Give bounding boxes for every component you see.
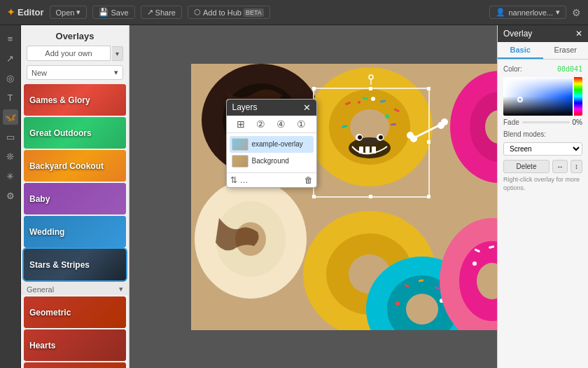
tool-crop[interactable]: ▭ <box>3 129 18 144</box>
layer-row-background[interactable]: Background <box>230 153 314 170</box>
add-own-arrow-button[interactable]: ▾ <box>112 46 123 61</box>
svg-rect-18 <box>359 146 363 154</box>
user-name: nannerlove... <box>508 8 553 17</box>
canvas-area[interactable]: Layers ✕ ⊞ ② ④ ① example-overlay <box>130 25 588 368</box>
color-gradient <box>503 77 573 116</box>
layer-delete-icon[interactable]: 🗑 <box>304 175 313 185</box>
flip-vertical-button[interactable]: ↕ <box>570 160 582 173</box>
svg-rect-63 <box>427 140 430 144</box>
tool-settings[interactable]: ⚙ <box>3 188 18 203</box>
layer-icon-2[interactable]: ② <box>256 118 265 130</box>
user-menu-button[interactable]: 👤 nannerlove... ▾ <box>489 6 566 19</box>
add-to-hub-label: Add to Hub <box>203 8 241 17</box>
category-general-header: General ▾ <box>21 282 129 295</box>
tool-move[interactable]: ↗ <box>3 50 18 66</box>
tool-text[interactable]: T <box>3 90 18 105</box>
save-icon: 💾 <box>99 8 108 17</box>
topbar-right: 👤 nannerlove... ▾ ⚙ <box>489 6 581 19</box>
blend-modes-select[interactable]: Screen <box>503 142 582 156</box>
svg-point-40 <box>406 294 438 325</box>
tool-stickers[interactable]: ✳ <box>3 168 18 184</box>
svg-rect-61 <box>369 195 372 198</box>
overlay-item-hearts[interactable]: Hearts <box>24 329 126 361</box>
svg-point-23 <box>358 135 362 139</box>
overlay-panel-header: Overlay ✕ <box>498 25 588 42</box>
beta-badge: BETA <box>244 8 264 17</box>
layer-icon-4[interactable]: ① <box>297 118 306 130</box>
svg-point-14 <box>371 97 375 101</box>
overlay-item-backyard[interactable]: Backyard Cookout <box>24 150 126 182</box>
layers-panel: Layers ✕ ⊞ ② ④ ① example-overlay <box>226 99 317 188</box>
add-to-hub-button[interactable]: ⬡ Add to Hub BETA <box>188 6 270 19</box>
main-area: ≡ ↗ ◎ T 🦋 ▭ ❊ ✳ ⚙ Overlays Add your own … <box>0 25 588 368</box>
layer-icon-3[interactable]: ④ <box>276 118 286 130</box>
overlay-panel-body: Color: 00d041 Fade 0% Blend modes: <box>498 60 588 192</box>
open-label: Open <box>56 8 75 17</box>
logo-icon: ✦ <box>7 7 15 18</box>
overlay-item-baby[interactable]: Baby <box>24 183 126 214</box>
fade-row: Fade 0% <box>503 118 582 126</box>
svg-point-16 <box>385 114 389 118</box>
tab-basic[interactable]: Basic <box>498 42 543 59</box>
overlay-panel-close-button[interactable]: ✕ <box>575 29 582 39</box>
layer-name-overlay: example-overlay <box>252 140 303 148</box>
overlay-item-games[interactable]: Games & Glory <box>24 84 126 116</box>
overlay-list-new: Games & Glory Great Outdoors Backyard Co… <box>21 83 129 368</box>
app-logo: ✦ Editor <box>7 7 44 18</box>
panel-title: Overlays <box>21 25 129 46</box>
overlay-item-geometric[interactable]: Geometric <box>24 297 126 328</box>
share-label: Share <box>155 8 176 17</box>
tool-select[interactable]: ◎ <box>3 70 18 86</box>
layer-row-overlay[interactable]: example-overlay <box>230 136 314 153</box>
save-button[interactable]: 💾 Save <box>92 6 134 19</box>
app-name: Editor <box>18 7 44 18</box>
overlay-settings-panel: Overlay ✕ Basic Eraser Color: 00d041 F <box>497 25 588 368</box>
svg-point-24 <box>379 135 383 139</box>
hub-icon: ⬡ <box>194 8 201 17</box>
tool-effects[interactable]: ❊ <box>3 149 18 164</box>
color-hue-bar[interactable] <box>574 77 582 116</box>
settings-icon[interactable]: ⚙ <box>572 7 581 18</box>
layers-title: Layers <box>232 102 258 112</box>
layers-header: Layers ✕ <box>227 100 316 116</box>
overlay-item-wedding[interactable]: Wedding <box>24 216 126 247</box>
svg-point-45 <box>396 301 400 306</box>
layers-close-button[interactable]: ✕ <box>303 102 311 113</box>
layer-move-icon[interactable]: ⇅ <box>230 175 237 185</box>
overlay-item-outdoors[interactable]: Great Outdoors <box>24 117 126 149</box>
flip-horizontal-button[interactable]: ↔ <box>552 160 568 173</box>
layer-name-background: Background <box>252 157 289 165</box>
overlay-item-stars-stripes[interactable]: Stars & Stripes <box>24 249 126 280</box>
layer-icon-1[interactable]: ⊞ <box>237 118 245 130</box>
topbar: ✦ Editor Open ▾ 💾 Save ↗ Share ⬡ Add to … <box>0 0 588 25</box>
svg-rect-59 <box>427 195 430 198</box>
open-button[interactable]: Open ▾ <box>50 6 88 19</box>
share-button[interactable]: ↗ Share <box>141 6 182 19</box>
chevron-down-icon: ▾ <box>76 8 80 17</box>
tool-layers[interactable]: ≡ <box>3 31 18 46</box>
svg-rect-56 <box>312 87 316 90</box>
color-label: Color: <box>503 65 522 73</box>
fade-slider[interactable] <box>522 121 570 123</box>
blend-modes-row: Blend modes: <box>503 130 582 138</box>
overlays-panel: Overlays Add your own ▾ New ▾ Games & Gl… <box>21 25 130 368</box>
overlay-tabs: Basic Eraser <box>498 42 588 60</box>
tool-overlays[interactable]: 🦋 <box>3 109 18 125</box>
add-own-button[interactable]: Add your own <box>27 46 111 61</box>
svg-rect-57 <box>427 87 430 90</box>
svg-rect-20 <box>372 146 376 154</box>
delete-button[interactable]: Delete <box>503 160 550 173</box>
svg-rect-19 <box>365 146 370 154</box>
overlay-item-doodly-hearts[interactable]: Doodly Hearts <box>24 362 126 368</box>
category-new-dropdown[interactable]: New ▾ <box>27 65 123 80</box>
left-toolbar: ≡ ↗ ◎ T 🦋 ▭ ❊ ✳ ⚙ <box>0 25 21 368</box>
svg-point-15 <box>358 101 360 104</box>
layers-body: example-overlay Background <box>227 133 316 172</box>
delete-row: Delete ↔ ↕ <box>503 160 582 173</box>
canvas[interactable]: Layers ✕ ⊞ ② ④ ① example-overlay <box>191 64 527 330</box>
chevron-down-icon: ▾ <box>119 285 123 294</box>
tab-eraser[interactable]: Eraser <box>543 42 589 59</box>
color-picker[interactable] <box>503 77 582 116</box>
share-icon: ↗ <box>147 8 153 17</box>
layer-action-icon[interactable]: … <box>240 175 248 185</box>
